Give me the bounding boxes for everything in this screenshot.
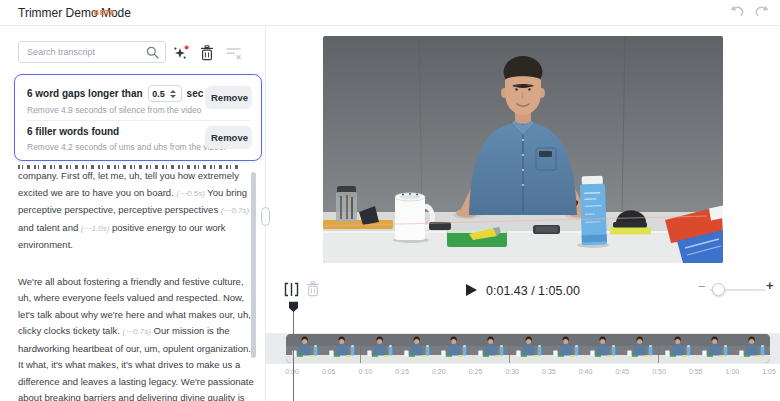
filmstrip-thumbnail[interactable] bbox=[361, 334, 398, 363]
timeline-tick: 0:10 bbox=[359, 368, 373, 375]
gap-marker[interactable]: (⋯0.7s) bbox=[123, 327, 151, 336]
time-display: 0:01.43 / 1:05.00 bbox=[486, 284, 580, 298]
timeline-tick: 0:40 bbox=[579, 368, 593, 375]
clear-selection-button[interactable] bbox=[226, 47, 242, 60]
remove-fillers-button[interactable]: Remove bbox=[205, 126, 252, 149]
video-player[interactable] bbox=[323, 36, 723, 263]
playhead-line[interactable] bbox=[293, 310, 294, 401]
video-frame bbox=[323, 36, 723, 263]
desk bbox=[323, 212, 723, 263]
stepper-arrows-icon[interactable] bbox=[170, 90, 176, 98]
timeline-ticks: 0:000:050:100:150:200:250:300:350:400:45… bbox=[266, 368, 780, 380]
redo-icon bbox=[754, 5, 769, 18]
timeline-tick: 0:55 bbox=[689, 368, 703, 375]
timeline[interactable] bbox=[266, 333, 780, 364]
remove-gaps-button[interactable]: Remove bbox=[205, 86, 252, 109]
timeline-tick: 0:35 bbox=[542, 368, 556, 375]
filmstrip-thumbnail[interactable] bbox=[696, 334, 733, 363]
timeline-tick: 0:15 bbox=[395, 368, 409, 375]
trimmer-app: Trimmer Demo Mode BETA bbox=[0, 0, 780, 401]
filmstrip-thumbnail[interactable] bbox=[398, 334, 435, 363]
timeline-tick: 0:00 bbox=[285, 368, 299, 375]
filler-suggestion-title: 6 filler words found bbox=[27, 126, 119, 137]
playhead-handle[interactable] bbox=[288, 301, 299, 313]
filmstrip-thumbnail[interactable] bbox=[547, 334, 584, 363]
filmstrip-thumbnail[interactable] bbox=[510, 334, 547, 363]
header: Trimmer Demo Mode BETA bbox=[0, 0, 780, 26]
timeline-tick: 0:50 bbox=[652, 368, 666, 375]
redo-button[interactable] bbox=[752, 5, 770, 21]
gap-marker[interactable]: (⋯1.0s) bbox=[81, 224, 109, 233]
delete-selection-button[interactable] bbox=[200, 45, 214, 61]
filmstrip-thumbnail[interactable] bbox=[286, 334, 323, 363]
gap-suggestion-subtext: Remove 4.9 seconds of silence from the v… bbox=[27, 105, 201, 115]
delete-clip-button[interactable] bbox=[306, 281, 320, 297]
gap-marker[interactable]: (⋯0.7s) bbox=[221, 206, 249, 215]
search-input[interactable] bbox=[18, 41, 166, 63]
timeline-tick: 0:45 bbox=[615, 368, 629, 375]
gap-marker[interactable]: (⋯0.5s) bbox=[176, 189, 204, 198]
undo-button[interactable] bbox=[728, 5, 746, 21]
timeline-tick: 0:05 bbox=[322, 368, 336, 375]
gap-title-prefix: 6 word gaps longer than bbox=[27, 88, 143, 99]
gap-suggestion-title: 6 word gaps longer than sec found bbox=[27, 85, 234, 102]
timeline-tick: 0:25 bbox=[469, 368, 483, 375]
transcript-text[interactable]: company. First off, let me, uh, tell you… bbox=[18, 168, 254, 401]
gap-threshold-input[interactable] bbox=[149, 89, 169, 99]
undo-icon bbox=[730, 5, 745, 18]
gap-threshold-stepper[interactable] bbox=[148, 85, 182, 102]
ai-suggestions-button[interactable] bbox=[172, 44, 190, 62]
filmstrip-thumbnail[interactable] bbox=[659, 334, 696, 363]
filmstrip-thumbnail[interactable] bbox=[435, 334, 472, 363]
filmstrip-thumbnail[interactable] bbox=[472, 334, 509, 363]
card-divider bbox=[27, 120, 249, 121]
panel-resize-handle[interactable] bbox=[261, 207, 270, 226]
timeline-tick: 1:05 bbox=[762, 368, 776, 375]
filmstrip-thumbnail[interactable] bbox=[323, 334, 360, 363]
split-clip-button[interactable] bbox=[283, 281, 300, 298]
filmstrip-thumbnail[interactable] bbox=[733, 334, 770, 363]
transcript-paragraph[interactable]: company. First off, let me, uh, tell you… bbox=[18, 168, 254, 254]
clear-selection-icon bbox=[226, 47, 242, 60]
beta-badge: BETA bbox=[94, 9, 115, 16]
zoom-slider-knob[interactable] bbox=[712, 283, 725, 296]
timeline-tick: 0:30 bbox=[505, 368, 519, 375]
timeline-tick: 1:00 bbox=[726, 368, 740, 375]
trash-icon bbox=[200, 45, 214, 61]
play-button[interactable] bbox=[466, 283, 479, 297]
split-clip-icon bbox=[283, 281, 300, 298]
filler-suggestion-subtext: Remove 4.2 seconds of ums and uhs from t… bbox=[27, 142, 226, 152]
transcript-scrollbar[interactable] bbox=[251, 172, 256, 358]
transcript-paragraph[interactable]: We're all about fostering a friendly and… bbox=[18, 274, 254, 401]
filmstrip[interactable] bbox=[286, 334, 770, 363]
timeline-tick: 0:20 bbox=[432, 368, 446, 375]
filmstrip-thumbnail[interactable] bbox=[584, 334, 621, 363]
suggestions-card: 6 word gaps longer than sec found Remove… bbox=[14, 74, 262, 161]
notification-dot bbox=[185, 45, 189, 49]
play-icon bbox=[466, 284, 477, 296]
ai-sparkle-icon bbox=[172, 44, 190, 62]
filmstrip-thumbnail[interactable] bbox=[621, 334, 658, 363]
zoom-out-button[interactable]: − bbox=[698, 279, 706, 294]
trash-disabled-icon bbox=[306, 281, 320, 297]
zoom-in-button[interactable]: + bbox=[766, 278, 774, 293]
